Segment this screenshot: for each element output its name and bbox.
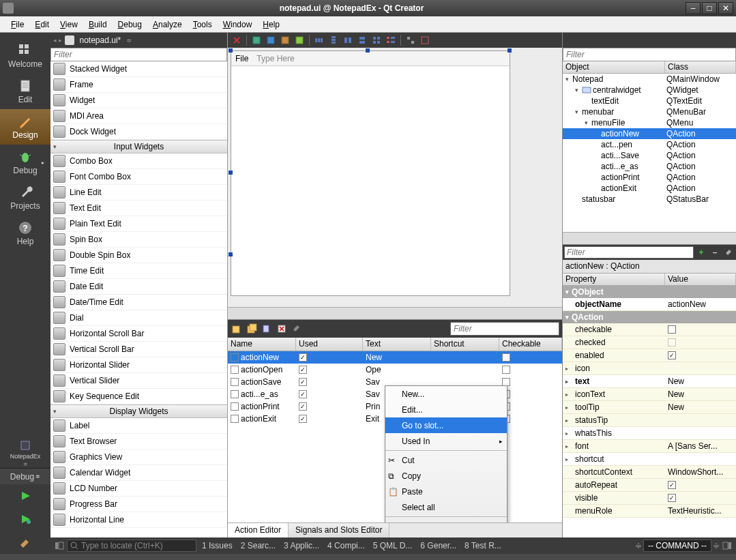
property-filter-input[interactable] — [564, 246, 694, 259]
status-pane[interactable]: 2 Searc... — [237, 541, 280, 550]
close-form-icon[interactable] — [231, 34, 243, 46]
resize-handle[interactable] — [229, 48, 233, 53]
obj-row[interactable]: acti...e_asQAction — [563, 161, 736, 172]
widget-horizontal-line[interactable]: Horizontal Line — [50, 512, 227, 528]
mode-projects[interactable]: Projects — [0, 180, 50, 216]
widget-graphics-view[interactable]: Graphics View — [50, 450, 227, 465]
ctx-edit-[interactable]: Edit... — [385, 402, 507, 417]
widget-progress-bar[interactable]: Progress Bar — [50, 497, 227, 512]
prop-toolTip[interactable]: toolTipNew — [563, 401, 736, 414]
ctx-select-all[interactable]: Select all — [385, 499, 507, 515]
action-row[interactable]: actionOpen✓Ope — [228, 364, 562, 376]
edit-signals-icon[interactable] — [265, 34, 277, 46]
form-menu-file[interactable]: File — [235, 54, 248, 63]
layout-horiz-icon[interactable] — [313, 34, 325, 46]
edit-tab-order-icon[interactable] — [293, 34, 306, 46]
edit-buddies-icon[interactable] — [279, 34, 291, 46]
form-menu-type-here[interactable]: Type Here — [256, 54, 294, 63]
build-button[interactable] — [0, 531, 50, 554]
obj-row[interactable]: textEditQTextEdit — [563, 95, 736, 106]
delete-action-icon[interactable] — [276, 323, 288, 335]
widget-horizontal-scroll-bar[interactable]: Horizontal Scroll Bar — [50, 326, 227, 342]
edit-widgets-icon[interactable] — [250, 34, 263, 46]
obj-col-object[interactable]: Object — [563, 61, 665, 73]
resize-handle[interactable] — [229, 252, 233, 256]
widget-line-edit[interactable]: Line Edit — [50, 185, 227, 201]
obj-row[interactable]: ▾menubarQMenuBar — [563, 106, 736, 117]
notepad-form[interactable]: File Type Here — [231, 50, 510, 296]
widget-spin-box[interactable]: Spin Box — [50, 232, 227, 248]
obj-row[interactable]: actionNewQAction — [563, 128, 736, 139]
widget-text-edit[interactable]: Text Edit — [50, 201, 227, 216]
prop-col-value[interactable]: Value — [665, 274, 736, 285]
prop-checkable[interactable]: checkable — [563, 323, 736, 336]
menu-build[interactable]: Build — [83, 18, 113, 31]
col-used[interactable]: Used — [296, 338, 363, 351]
nav-arrows[interactable]: ◂ ▸ — [53, 37, 62, 44]
widget-lcd-number[interactable]: LCD Number — [50, 481, 227, 497]
action-table-body[interactable]: actionNew✓NewactionOpen✓OpeactionSave✓Sa… — [228, 351, 562, 522]
ctx-cut[interactable]: ✂Cut — [385, 452, 507, 468]
resize-handle[interactable] — [507, 48, 512, 53]
widget-dial[interactable]: Dial — [50, 310, 227, 326]
mode-welcome[interactable]: Welcome — [0, 38, 50, 74]
menu-help[interactable]: Help — [257, 18, 285, 31]
action-row[interactable]: actionNew✓New — [228, 351, 562, 364]
break-layout-icon[interactable] — [404, 34, 417, 46]
prop-iconText[interactable]: iconTextNew — [563, 388, 736, 401]
remove-dynamic-prop-icon[interactable]: – — [709, 246, 721, 259]
layout-h-splitter-icon[interactable] — [342, 34, 354, 46]
status-pane[interactable]: 4 Compi... — [323, 541, 369, 550]
new-action-2-icon[interactable] — [246, 323, 258, 335]
widget-group-input-widgets[interactable]: Input Widgets — [50, 140, 227, 153]
status-pane[interactable]: 6 Gener... — [416, 541, 460, 550]
col-text[interactable]: Text — [363, 338, 431, 351]
ctx-delete[interactable]: ✖Delete — [385, 518, 507, 522]
configure-prop-icon[interactable] — [722, 246, 735, 259]
ctx-new-[interactable]: New... — [385, 386, 507, 402]
status-pane[interactable]: 8 Test R... — [460, 541, 505, 550]
add-dynamic-prop-icon[interactable]: + — [695, 246, 707, 259]
toggle-right-sidebar-icon[interactable] — [721, 540, 733, 552]
ctx-copy[interactable]: ⧉Copy — [385, 468, 507, 484]
col-shortcut[interactable]: Shortcut — [431, 338, 499, 351]
prop-col-property[interactable]: Property — [563, 274, 665, 285]
widget-font-combo-box[interactable]: Font Combo Box — [50, 169, 227, 185]
menu-view[interactable]: View — [55, 18, 83, 31]
maximize-button[interactable]: □ — [702, 2, 717, 14]
locator-input[interactable]: Type to locate (Ctrl+K) — [67, 540, 196, 552]
widget-date-time-edit[interactable]: Date/Time Edit — [50, 295, 227, 310]
widget-frame[interactable]: Frame — [50, 77, 227, 93]
obj-row[interactable]: ▾NotepadQMainWindow — [563, 74, 736, 85]
prop-shortcutContext[interactable]: shortcutContextWindowShort... — [563, 466, 736, 479]
menu-tools[interactable]: Tools — [188, 18, 218, 31]
widget-mdi-area[interactable]: MDI Area — [50, 108, 227, 124]
widget-group-display-widgets[interactable]: Display Widgets — [50, 404, 227, 418]
document-tab-label[interactable]: notepad.ui* — [77, 35, 124, 45]
obj-row[interactable]: act...penQAction — [563, 139, 736, 150]
copy-action-icon[interactable] — [261, 323, 273, 335]
run-debug-button[interactable] — [0, 507, 50, 531]
layout-v-splitter-icon[interactable] — [356, 34, 368, 46]
form-canvas[interactable]: File Type Here — [228, 48, 562, 307]
menu-edit[interactable]: Edit — [29, 18, 55, 31]
adjust-size-icon[interactable] — [419, 34, 431, 46]
prop-text[interactable]: textNew — [563, 375, 736, 388]
run-button[interactable] — [0, 484, 50, 507]
canvas-hscroll[interactable] — [228, 307, 562, 319]
mode-help[interactable]: ?Help — [0, 216, 50, 251]
close-button[interactable]: ✕ — [718, 2, 733, 14]
action-filter-input[interactable] — [450, 322, 559, 336]
layout-vert-icon[interactable] — [327, 34, 340, 46]
prop-enabled[interactable]: enabled✓ — [563, 349, 736, 362]
obj-row[interactable]: acti...SaveQAction — [563, 150, 736, 161]
mode-edit[interactable]: Edit — [0, 74, 50, 109]
obj-col-class[interactable]: Class — [665, 61, 736, 73]
widget-combo-box[interactable]: Combo Box — [50, 153, 227, 169]
minimize-button[interactable]: – — [686, 2, 701, 14]
prop-whatsThis[interactable]: whatsThis — [563, 427, 736, 440]
kit-selector[interactable]: NotepadEx≑ — [0, 438, 50, 468]
object-filter-input[interactable] — [563, 48, 736, 61]
prop-objectName[interactable]: objectNameactionNew — [563, 298, 736, 311]
widget-date-edit[interactable]: Date Edit — [50, 279, 227, 295]
